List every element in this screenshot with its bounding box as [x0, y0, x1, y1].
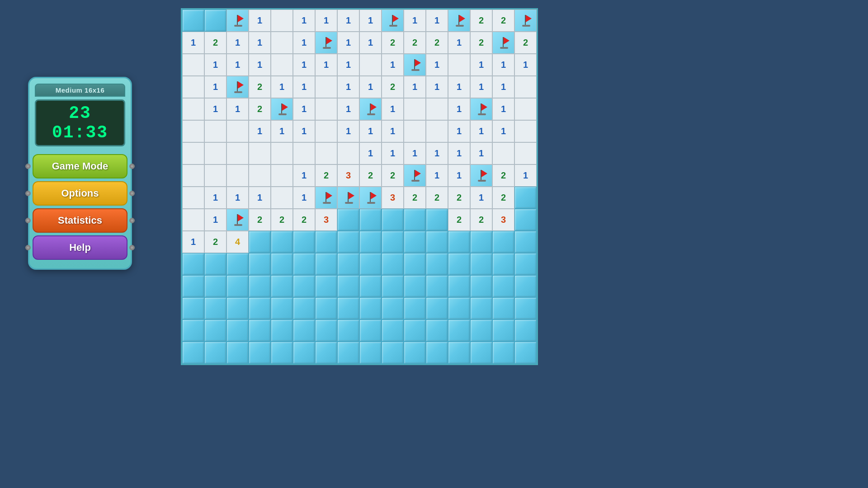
table-row[interactable] — [514, 253, 537, 275]
table-row[interactable]: 1 — [492, 54, 514, 76]
table-row[interactable]: 2 — [492, 187, 514, 209]
table-row[interactable] — [404, 164, 426, 187]
table-row[interactable]: 1 — [249, 32, 271, 54]
table-row[interactable] — [226, 319, 249, 342]
table-row[interactable] — [315, 187, 337, 209]
table-row[interactable]: 1 — [337, 9, 359, 32]
table-row[interactable] — [514, 209, 537, 231]
table-row[interactable]: 1 — [293, 98, 315, 120]
table-row[interactable] — [382, 319, 404, 342]
table-row[interactable] — [249, 275, 271, 297]
table-row[interactable] — [204, 120, 226, 142]
table-row[interactable]: 2 — [492, 164, 514, 187]
table-row[interactable]: 1 — [426, 54, 448, 76]
table-row[interactable]: 2 — [404, 187, 426, 209]
table-row[interactable] — [448, 9, 470, 32]
table-row[interactable] — [337, 187, 359, 209]
table-row[interactable] — [514, 231, 537, 253]
table-row[interactable]: 2 — [382, 76, 404, 98]
table-row[interactable] — [271, 319, 293, 342]
table-row[interactable]: 1 — [293, 164, 315, 187]
table-row[interactable]: 1 — [337, 54, 359, 76]
table-row[interactable]: 4 — [226, 231, 249, 253]
table-row[interactable] — [271, 275, 293, 297]
table-row[interactable] — [182, 342, 204, 364]
table-row[interactable] — [470, 297, 492, 319]
help-button[interactable]: Help — [33, 235, 127, 260]
table-row[interactable]: 2 — [470, 209, 492, 231]
table-row[interactable]: 1 — [404, 76, 426, 98]
table-row[interactable] — [249, 297, 271, 319]
table-row[interactable] — [315, 342, 337, 364]
table-row[interactable]: 2 — [426, 32, 448, 54]
table-row[interactable] — [315, 275, 337, 297]
table-row[interactable]: 1 — [293, 54, 315, 76]
table-row[interactable]: 1 — [514, 164, 537, 187]
table-row[interactable] — [448, 253, 470, 275]
table-row[interactable]: 1 — [337, 76, 359, 98]
table-row[interactable]: 1 — [382, 98, 404, 120]
table-row[interactable] — [492, 319, 514, 342]
table-row[interactable] — [359, 275, 382, 297]
table-row[interactable] — [470, 164, 492, 187]
table-row[interactable]: 1 — [492, 76, 514, 98]
table-row[interactable] — [315, 120, 337, 142]
table-row[interactable] — [337, 231, 359, 253]
table-row[interactable]: 2 — [382, 32, 404, 54]
table-row[interactable] — [337, 142, 359, 164]
table-row[interactable]: 1 — [204, 98, 226, 120]
table-row[interactable] — [404, 231, 426, 253]
table-row[interactable] — [337, 275, 359, 297]
table-row[interactable] — [470, 275, 492, 297]
table-row[interactable]: 1 — [293, 32, 315, 54]
table-row[interactable] — [514, 76, 537, 98]
table-row[interactable] — [514, 142, 537, 164]
table-row[interactable] — [226, 164, 249, 187]
table-row[interactable] — [182, 54, 204, 76]
table-row[interactable]: 2 — [470, 32, 492, 54]
table-row[interactable] — [448, 342, 470, 364]
table-row[interactable] — [315, 297, 337, 319]
table-row[interactable] — [382, 209, 404, 231]
table-row[interactable] — [204, 142, 226, 164]
table-row[interactable] — [271, 342, 293, 364]
table-row[interactable]: 2 — [315, 164, 337, 187]
table-row[interactable] — [315, 98, 337, 120]
table-row[interactable] — [337, 342, 359, 364]
table-row[interactable]: 2 — [249, 98, 271, 120]
table-row[interactable] — [315, 319, 337, 342]
table-row[interactable] — [514, 98, 537, 120]
table-row[interactable]: 1 — [204, 209, 226, 231]
table-row[interactable] — [404, 209, 426, 231]
table-row[interactable]: 2 — [204, 231, 226, 253]
table-row[interactable]: 1 — [448, 120, 470, 142]
table-row[interactable] — [359, 297, 382, 319]
table-row[interactable] — [182, 319, 204, 342]
table-row[interactable] — [226, 142, 249, 164]
table-row[interactable]: 1 — [426, 164, 448, 187]
table-row[interactable] — [359, 253, 382, 275]
table-row[interactable] — [204, 253, 226, 275]
table-row[interactable] — [470, 98, 492, 120]
table-row[interactable]: 1 — [337, 120, 359, 142]
table-row[interactable] — [359, 342, 382, 364]
table-row[interactable] — [315, 76, 337, 98]
game-mode-button[interactable]: Game Mode — [33, 154, 127, 178]
table-row[interactable] — [226, 209, 249, 231]
table-row[interactable] — [382, 9, 404, 32]
table-row[interactable] — [226, 297, 249, 319]
table-row[interactable] — [514, 297, 537, 319]
table-row[interactable]: 2 — [204, 32, 226, 54]
table-row[interactable] — [249, 342, 271, 364]
table-row[interactable] — [514, 187, 537, 209]
table-row[interactable] — [204, 319, 226, 342]
table-row[interactable]: 1 — [249, 54, 271, 76]
table-row[interactable] — [382, 231, 404, 253]
table-row[interactable] — [404, 253, 426, 275]
table-row[interactable] — [315, 231, 337, 253]
table-row[interactable]: 1 — [514, 54, 537, 76]
table-row[interactable]: 2 — [426, 187, 448, 209]
table-row[interactable] — [492, 297, 514, 319]
table-row[interactable]: 1 — [470, 76, 492, 98]
table-row[interactable] — [249, 164, 271, 187]
